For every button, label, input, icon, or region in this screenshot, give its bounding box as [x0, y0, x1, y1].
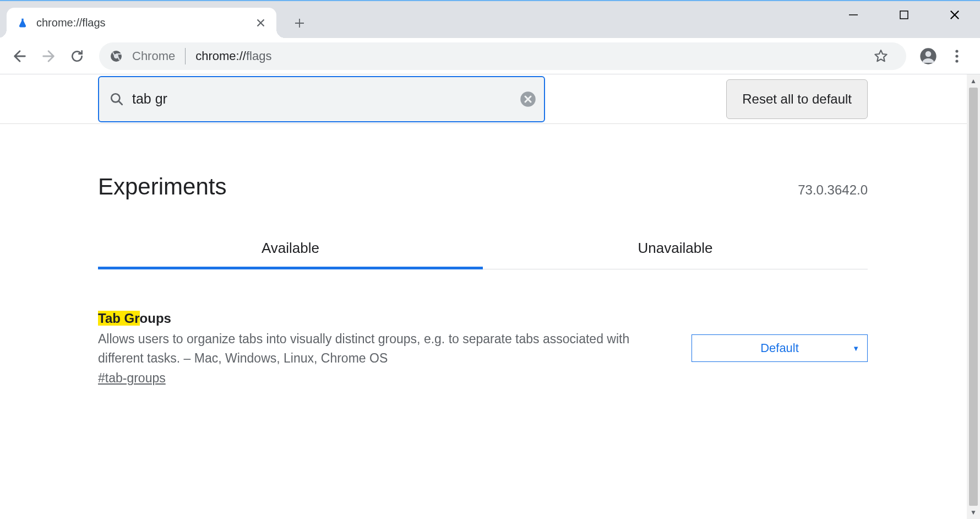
- bookmark-button[interactable]: [867, 42, 895, 71]
- svg-point-7: [955, 60, 958, 62]
- flags-search-box[interactable]: [98, 76, 545, 122]
- viewport: Reset all to default Experiments 73.0.36…: [0, 74, 980, 519]
- reset-all-button[interactable]: Reset all to default: [726, 79, 868, 119]
- chrome-icon: [109, 49, 123, 63]
- back-button[interactable]: [6, 42, 34, 71]
- search-icon: [106, 88, 128, 110]
- close-tab-button[interactable]: [254, 19, 266, 27]
- kebab-menu-button[interactable]: [943, 42, 971, 71]
- profile-button[interactable]: [914, 42, 943, 71]
- scroll-up-arrow[interactable]: ▲: [967, 74, 980, 88]
- flags-search-bar: Reset all to default: [0, 74, 967, 124]
- clear-search-button[interactable]: [519, 90, 537, 109]
- address-bar[interactable]: Chrome chrome://flags: [99, 42, 906, 70]
- experiment-row: Tab Groups Allows users to organize tabs…: [98, 311, 868, 386]
- flags-tabs: Available Unavailable: [98, 240, 868, 269]
- window-controls: [828, 1, 980, 29]
- new-tab-button[interactable]: [288, 12, 311, 34]
- flag-dropdown[interactable]: Default: [692, 334, 868, 362]
- page-title: Experiments: [98, 174, 226, 200]
- experiment-description: Allows users to organize tabs into visua…: [98, 329, 669, 367]
- omnibox-product-text: Chrome: [132, 49, 175, 63]
- window-tabstrip: chrome://flags: [0, 1, 980, 38]
- maximize-button[interactable]: [879, 1, 929, 29]
- minimize-button[interactable]: [828, 1, 879, 29]
- reload-button[interactable]: [63, 42, 91, 71]
- browser-toolbar: Chrome chrome://flags: [0, 38, 980, 74]
- scroll-down-arrow[interactable]: ▼: [967, 506, 980, 519]
- search-input[interactable]: [132, 91, 519, 107]
- flags-page: Reset all to default Experiments 73.0.36…: [0, 74, 967, 519]
- vertical-scrollbar[interactable]: ▲ ▼: [967, 74, 980, 519]
- svg-point-4: [925, 51, 932, 57]
- omnibox-url-host: flags: [246, 49, 271, 63]
- omnibox-url-scheme: chrome://: [195, 49, 246, 63]
- scrollbar-thumb[interactable]: [969, 88, 978, 506]
- omnibox-divider: [185, 48, 186, 64]
- tab-unavailable[interactable]: Unavailable: [483, 240, 868, 269]
- close-window-button[interactable]: [929, 1, 980, 29]
- flask-icon: [17, 17, 29, 29]
- tab-available[interactable]: Available: [98, 240, 483, 269]
- svg-point-6: [955, 55, 958, 57]
- forward-button[interactable]: [34, 42, 63, 71]
- svg-rect-0: [900, 11, 908, 19]
- experiment-title: Tab Groups: [98, 311, 669, 326]
- svg-point-5: [955, 50, 958, 52]
- experiment-anchor[interactable]: #tab-groups: [98, 371, 166, 386]
- chrome-version: 73.0.3642.0: [798, 182, 868, 198]
- browser-tab-active[interactable]: chrome://flags: [7, 8, 276, 38]
- tab-title: chrome://flags: [36, 17, 254, 29]
